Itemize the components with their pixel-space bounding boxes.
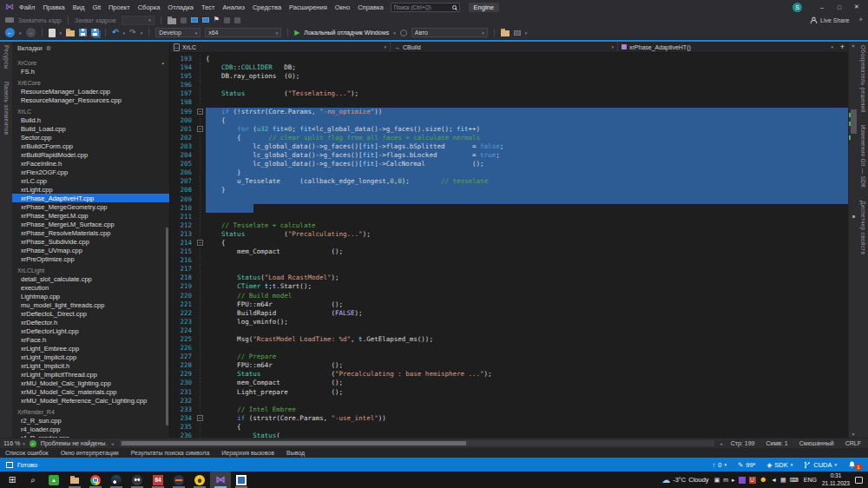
tray-window-icon[interactable]: ▣ [714, 477, 720, 483]
file-item[interactable]: xrDeflectoL_Direct.cpp [12, 309, 169, 318]
panel-tab[interactable]: Окно интерпретации [61, 450, 119, 456]
redo-dropdown[interactable]: ▾ [141, 30, 143, 36]
menu-item[interactable]: Проект [108, 3, 130, 11]
panel-tab[interactable]: Иерархия вызовов [221, 450, 274, 456]
navigate-forward-button[interactable]: → [26, 28, 36, 37]
code-area[interactable]: 193{194 CDB::COLLIDER DB;195 DB.ray_opti… [170, 53, 848, 438]
gear-icon[interactable]: ⚙ [46, 45, 51, 52]
file-item[interactable]: xrLight_Implicit.cpp [12, 353, 169, 361]
bookmark-flag-icon[interactable]: ⚑ [214, 16, 220, 23]
save-all-button[interactable] [91, 29, 99, 36]
menu-item[interactable]: Справка [358, 3, 383, 11]
background-tasks-icon[interactable] [6, 462, 13, 468]
language-indicator[interactable]: ENG [804, 477, 817, 483]
new-file-dropdown[interactable]: ▾ [60, 30, 62, 36]
menu-item[interactable]: Правка [43, 3, 64, 11]
fold-collapse-icon[interactable]: − [197, 126, 203, 132]
taskbar-search-button[interactable]: ⌕ [23, 472, 43, 488]
save-button[interactable] [79, 29, 87, 36]
file-item[interactable]: xrLight_Implicit.h [12, 361, 169, 370]
taskbar-app-x64dbg[interactable]: 64 [148, 472, 168, 488]
capture-frame-button[interactable]: Захватить кадр [18, 17, 62, 23]
navigate-back-button[interactable]: ← [5, 28, 15, 37]
menu-item[interactable]: Тест [201, 3, 215, 11]
type-dropdown[interactable]: → CBuild▾ [391, 42, 618, 52]
file-item[interactable]: Build_Load.cpp [12, 124, 169, 133]
file-item[interactable]: Build.h [12, 115, 169, 124]
scroll-left-icon[interactable]: ◂ [111, 441, 114, 446]
extra-tool-icon-2[interactable] [234, 17, 240, 23]
extra-tool-icon-1[interactable] [224, 17, 230, 23]
file-item[interactable]: mu_model_light_threads.cpp [12, 300, 169, 309]
file-group-header[interactable]: XrCore▴ [12, 58, 169, 67]
fold-collapse-icon[interactable]: − [197, 415, 203, 421]
git-outgoing-commits[interactable]: ↑ 0▾ [713, 461, 727, 469]
solution-configuration-combo[interactable]: Develop▾ [155, 28, 201, 37]
file-item[interactable]: ResourceManager_Resources.cpp [12, 96, 169, 104]
zoom-control[interactable]: 116 %▾ [3, 440, 25, 446]
file-item[interactable]: xrMU_Model_Reference_Calc_Lighting.cpp [12, 396, 169, 405]
display-secondary-icon[interactable] [202, 17, 209, 23]
file-item[interactable]: xrPhase_MergeLM.cpp [12, 211, 169, 220]
fold-collapse-icon[interactable]: − [197, 109, 203, 115]
right-side-tab[interactable]: Изменения Git — SDK [860, 125, 866, 188]
start-debugging-button[interactable]: Локальный отладчик Windows [304, 30, 389, 36]
fold-margin[interactable]: − [196, 239, 206, 247]
file-item[interactable]: ResourceManager_Loader.cpp [12, 87, 169, 96]
file-item[interactable]: Sector.cpp [12, 133, 169, 142]
file-item[interactable]: xrPhase_AdaptiveHT.cpp [12, 194, 169, 202]
preview-window-icon[interactable] [514, 30, 521, 36]
panel-tab[interactable]: Вывод [286, 450, 305, 456]
horizontal-scrollbar[interactable] [120, 440, 714, 446]
start-button[interactable]: ⊞ [2, 472, 23, 488]
undo-button[interactable]: ↶ [112, 29, 119, 36]
toolbar-overflow-button[interactable]: ▾ [525, 30, 528, 36]
action-center-icon[interactable] [855, 477, 863, 484]
close-button[interactable]: ✕ [849, 1, 865, 13]
tray-red-app-icon[interactable]: U [749, 477, 756, 484]
right-side-tab[interactable]: Диспетчер свойств [860, 201, 866, 254]
sidebar-scrollbar[interactable] [166, 228, 168, 425]
file-item[interactable]: xrMU_Model_Calc_materials.cpp [12, 387, 169, 396]
eol-indicator[interactable]: CRLF [842, 440, 865, 446]
fold-margin[interactable]: − [196, 125, 206, 134]
panel-tab[interactable]: Результаты поиска символа [131, 450, 210, 456]
file-item[interactable]: xrLight.cpp [12, 185, 169, 194]
fold-margin[interactable]: − [196, 414, 206, 423]
panel-tab[interactable]: Список ошибок [5, 450, 49, 456]
file-group-header[interactable]: XrRender_R4 [12, 407, 169, 416]
menu-item[interactable]: Вид [73, 3, 85, 11]
start-debugging-icon[interactable]: ▶ [294, 30, 299, 36]
file-item[interactable]: xrFaceInline.h [12, 159, 169, 168]
taskbar-app-blue-window[interactable] [231, 472, 252, 488]
file-group-header[interactable]: XrECore [12, 78, 169, 87]
file-item[interactable]: r4_loader.cpp [12, 425, 169, 433]
taskbar-app-visual-studio[interactable]: ⋈ [210, 472, 231, 488]
fold-margin[interactable]: − [196, 108, 206, 116]
file-item[interactable]: xrLight_ImplicitThread.cpp [12, 370, 169, 379]
file-item[interactable]: FS.h [12, 67, 169, 76]
weather-widget[interactable]: ☁ -3°C Cloudy [661, 475, 708, 485]
line-indicator[interactable]: Стр: 199 [727, 440, 759, 446]
menu-item[interactable]: Окно [335, 3, 350, 11]
tray-cursor-icon[interactable]: ▸ [732, 477, 735, 483]
horizontal-scrollbar-thumb[interactable] [122, 441, 467, 445]
file-item[interactable]: r4_R_render.cpp [12, 433, 169, 438]
left-side-tab[interactable]: Ресурсы [3, 45, 10, 69]
menu-item[interactable]: Анализ [223, 3, 245, 11]
navigate-back-dropdown[interactable]: ▾ [19, 30, 22, 36]
file-item[interactable]: xrLight_Embree.cpp [12, 344, 169, 353]
file-item[interactable]: xrMU_Model_Calc_lighting.cpp [12, 379, 169, 387]
tray-m-icon[interactable]: m [723, 477, 728, 483]
encoding-indicator[interactable]: Смешанный [796, 440, 838, 446]
tray-keyboard-icon[interactable]: ⌨ [790, 477, 799, 483]
open-capture-folder-icon[interactable] [168, 16, 176, 24]
hot-reload-icon[interactable] [400, 30, 407, 36]
undo-dropdown[interactable]: ▾ [123, 30, 126, 36]
add-item-folder-icon[interactable] [501, 29, 510, 36]
debug-target-dropdown[interactable]: ▾ [393, 30, 396, 36]
taskbar-app-yellow-circle[interactable] [189, 472, 210, 488]
taskbar-app-image-viewer[interactable]: ▲ [43, 472, 64, 488]
taskbar-app-chrome[interactable] [85, 472, 106, 488]
file-item[interactable]: xrPhase_UVmap.cpp [12, 246, 169, 254]
